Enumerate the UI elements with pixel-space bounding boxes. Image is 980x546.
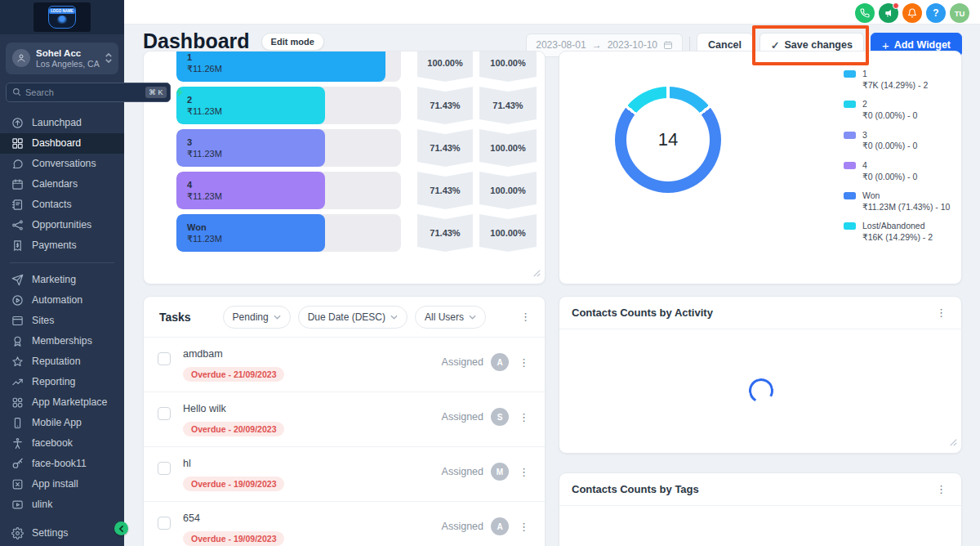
sidebar-item-memberships[interactable]: Memberships bbox=[0, 331, 124, 351]
tasks-widget: Tasks Pending Due Date (DESC) All Users … bbox=[143, 296, 546, 546]
legend-item[interactable]: 1 ₹7K (14.29%) - 2 bbox=[844, 68, 950, 90]
conversion-pct: 100.00% bbox=[417, 51, 473, 82]
sidebar-item-settings[interactable]: Settings bbox=[0, 523, 124, 544]
nav-divider bbox=[10, 262, 114, 263]
task-sort-filter[interactable]: Due Date (DESC) bbox=[298, 306, 408, 329]
accessibility-icon bbox=[11, 437, 24, 450]
funnel-bar[interactable]: 2 ₹11.23M bbox=[176, 87, 325, 124]
launchpad-icon bbox=[11, 117, 24, 129]
task-row: Hello wilk Overdue - 20/09/2023 Assigned… bbox=[144, 392, 545, 447]
sidebar-item-opportunities[interactable]: Opportunities bbox=[0, 215, 124, 235]
legend-item[interactable]: 4 ₹0 (0.00%) - 0 bbox=[844, 159, 950, 181]
cumulative-pct: 100.00% bbox=[479, 129, 537, 167]
logo-strip: LOGO NAME bbox=[0, 0, 124, 34]
megaphone-icon[interactable] bbox=[879, 3, 898, 23]
task-users-filter[interactable]: All Users bbox=[415, 306, 486, 329]
funnel-bar-track: 3 ₹11.23M bbox=[176, 129, 401, 167]
sidebar-item-app-marketplace[interactable]: App Marketplace bbox=[0, 392, 124, 413]
sidebar-item-face-book11[interactable]: face-book11 bbox=[0, 454, 124, 474]
task-name[interactable]: hl bbox=[183, 458, 284, 469]
phone-icon[interactable] bbox=[855, 3, 875, 23]
resize-handle[interactable] bbox=[532, 266, 541, 280]
kebab-menu-icon[interactable]: ⋮ bbox=[516, 521, 532, 533]
bell-icon[interactable] bbox=[902, 3, 922, 23]
sidebar-item-reputation[interactable]: Reputation bbox=[0, 351, 124, 372]
chevron-down-icon bbox=[274, 315, 281, 320]
quick-actions-bolt-icon[interactable] bbox=[176, 87, 185, 97]
task-name[interactable]: 654 bbox=[183, 512, 284, 524]
kebab-menu-icon[interactable]: ⋮ bbox=[518, 311, 533, 323]
task-name[interactable]: amdbam bbox=[183, 348, 284, 360]
kebab-menu-icon[interactable]: ⋮ bbox=[933, 483, 949, 495]
arrow-right-icon: → bbox=[592, 39, 602, 51]
kebab-menu-icon[interactable]: ⋮ bbox=[516, 356, 532, 369]
search-input[interactable] bbox=[25, 87, 141, 97]
legend-item[interactable]: Won ₹11.23M (71.43%) - 10 bbox=[844, 190, 950, 212]
funnel-row: 3 ₹11.23M 71.43% 100.00% bbox=[176, 129, 535, 167]
funnel-bar[interactable]: 1 ₹11.26M bbox=[176, 51, 385, 82]
kebab-menu-icon[interactable]: ⋮ bbox=[933, 307, 949, 319]
sidebar-item-calendars[interactable]: Calendars bbox=[0, 174, 124, 195]
legend-item[interactable]: 2 ₹0 (0.00%) - 0 bbox=[844, 98, 950, 120]
sidebar-item-contacts[interactable]: Contacts bbox=[0, 195, 124, 215]
task-checkbox[interactable] bbox=[158, 407, 171, 420]
chevron-down-icon bbox=[390, 315, 398, 320]
logo[interactable]: LOGO NAME bbox=[33, 2, 91, 32]
account-name: Sohel Acc bbox=[36, 47, 100, 59]
funnel-bar-track: 1 ₹11.26M bbox=[176, 51, 401, 82]
user-avatar[interactable]: TU bbox=[950, 3, 969, 23]
sidebar-collapse-button[interactable] bbox=[114, 521, 128, 535]
account-switcher[interactable]: Sohel Acc Los Angeles, CA bbox=[6, 43, 118, 74]
kebab-menu-icon[interactable]: ⋮ bbox=[516, 466, 532, 478]
key-icon bbox=[11, 458, 24, 470]
assignee-avatar[interactable]: S bbox=[491, 408, 509, 426]
sidebar-item-ulink[interactable]: ulink bbox=[0, 495, 124, 515]
logo-text: LOGO NAME bbox=[49, 8, 75, 14]
resize-handle[interactable] bbox=[949, 435, 957, 450]
task-status-filter[interactable]: Pending bbox=[223, 306, 291, 329]
assignee-avatar[interactable]: A bbox=[491, 517, 509, 535]
sidebar-item-payments[interactable]: Payments bbox=[0, 235, 124, 256]
sidebar-item-app-install[interactable]: App install bbox=[0, 474, 124, 495]
account-avatar-icon bbox=[12, 49, 30, 67]
funnel-row: 2 ₹11.23M 71.43% 71.43% bbox=[176, 87, 535, 124]
donut-chart[interactable]: 14 bbox=[615, 87, 721, 193]
search-bar[interactable]: ⌘ K bbox=[6, 83, 171, 102]
funnel-bar[interactable]: 4 ₹11.23M bbox=[176, 172, 325, 209]
assignee-avatar[interactable]: A bbox=[491, 353, 509, 371]
assignee-avatar[interactable]: M bbox=[491, 463, 509, 481]
sidebar-item-launchpad[interactable]: Launchpad bbox=[0, 113, 124, 133]
legend-item[interactable]: 3 ₹0 (0.00%) - 0 bbox=[844, 129, 950, 151]
star-icon bbox=[11, 356, 24, 368]
sidebar-item-marketing[interactable]: Marketing bbox=[0, 270, 124, 290]
legend-chip bbox=[844, 162, 856, 169]
cumulative-pct: 100.00% bbox=[479, 214, 537, 252]
tasks-title: Tasks bbox=[159, 311, 191, 324]
sidebar-item-sites[interactable]: Sites bbox=[0, 311, 124, 331]
page-title: Dashboard bbox=[143, 29, 250, 53]
kebab-menu-icon[interactable]: ⋮ bbox=[516, 411, 532, 423]
sidebar-item-facebook[interactable]: facebook bbox=[0, 433, 124, 454]
task-checkbox[interactable] bbox=[158, 352, 171, 365]
funnel-bar[interactable]: Won ₹11.23M bbox=[176, 214, 325, 252]
widget-title: Contacts Counts by Tags bbox=[572, 483, 699, 495]
task-checkbox[interactable] bbox=[158, 462, 171, 475]
automation-icon bbox=[11, 294, 24, 307]
funnel-bar[interactable]: 3 ₹11.23M bbox=[176, 129, 325, 167]
legend-chip bbox=[844, 192, 856, 199]
chevron-left-icon bbox=[118, 526, 124, 532]
help-icon[interactable]: ? bbox=[926, 3, 946, 23]
task-checkbox[interactable] bbox=[158, 517, 171, 530]
sidebar-item-mobile-app[interactable]: Mobile App bbox=[0, 413, 124, 433]
legend-chip bbox=[844, 132, 856, 139]
task-name[interactable]: Hello wilk bbox=[183, 403, 284, 414]
sidebar-item-conversations[interactable]: Conversations bbox=[0, 154, 124, 174]
sidebar-item-dashboard[interactable]: Dashboard bbox=[0, 133, 124, 154]
sidebar-item-automation[interactable]: Automation bbox=[0, 290, 124, 311]
overdue-badge: Overdue - 19/09/2023 bbox=[183, 531, 284, 546]
account-expand-icon bbox=[105, 53, 112, 63]
legend-chip bbox=[844, 222, 856, 230]
legend-item[interactable]: Lost/Abandoned ₹16K (14.29%) - 2 bbox=[844, 220, 950, 242]
sidebar-item-reporting[interactable]: Reporting bbox=[0, 372, 124, 392]
date-start: 2023-08-01 bbox=[536, 39, 586, 51]
